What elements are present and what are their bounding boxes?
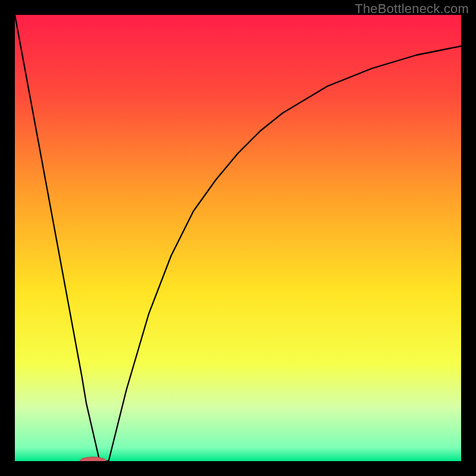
chart-background xyxy=(15,15,461,461)
chart-frame: TheBottleneck.com xyxy=(0,0,476,476)
chart-svg xyxy=(15,15,461,461)
watermark-text: TheBottleneck.com xyxy=(355,1,469,17)
